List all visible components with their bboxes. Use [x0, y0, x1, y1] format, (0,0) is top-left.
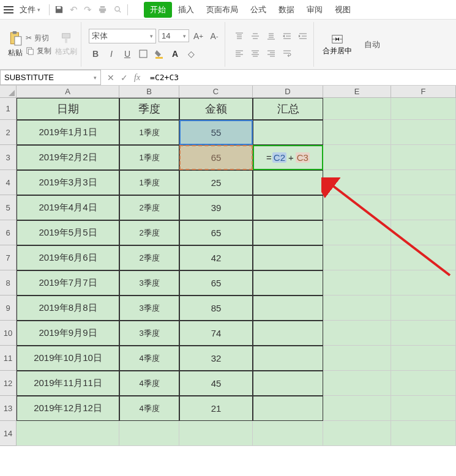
fill-color-button[interactable]: [152, 47, 166, 61]
cell-D13[interactable]: [253, 396, 323, 421]
bold-button[interactable]: B: [89, 47, 102, 61]
cell-E11[interactable]: [323, 346, 391, 371]
cell-A4[interactable]: 2019年3月3日: [17, 170, 119, 195]
align-middle-icon[interactable]: [249, 29, 262, 43]
cell-E9[interactable]: [323, 296, 391, 321]
decrease-indent-icon[interactable]: [280, 29, 294, 43]
cell-C2[interactable]: 55: [179, 120, 253, 145]
decrease-font-icon[interactable]: A-: [207, 29, 221, 43]
phonetic-button[interactable]: ◇: [184, 47, 198, 61]
cell-D4[interactable]: [253, 170, 323, 195]
cell-E10[interactable]: [323, 321, 391, 346]
row-header-11[interactable]: 11: [0, 346, 16, 371]
tab-view[interactable]: 视图: [329, 2, 357, 18]
cell-B14[interactable]: [119, 421, 179, 446]
cell-F2[interactable]: [391, 120, 456, 145]
increase-indent-icon[interactable]: [296, 29, 310, 43]
format-painter-button[interactable]: 格式刷: [55, 32, 77, 57]
cell-C11[interactable]: 32: [179, 346, 253, 371]
align-bottom-icon[interactable]: [264, 29, 278, 43]
hamburger-icon[interactable]: [4, 6, 13, 13]
font-name-combo[interactable]: 宋体▾: [89, 29, 156, 43]
cancel-formula-icon[interactable]: ✕: [107, 73, 114, 83]
cell-D12[interactable]: [253, 371, 323, 396]
cell-F13[interactable]: [391, 396, 456, 421]
cell-B10[interactable]: 3季度: [119, 321, 179, 346]
cell-F4[interactable]: [391, 170, 456, 195]
file-menu[interactable]: 文件▾: [16, 3, 44, 17]
cell-A11[interactable]: 2019年10月10日: [17, 346, 119, 371]
cell-A5[interactable]: 2019年4月4日: [17, 195, 119, 220]
cell-B7[interactable]: 2季度: [119, 245, 179, 270]
cell-D3[interactable]: =C2+C3: [253, 145, 323, 170]
cell-A1[interactable]: 日期: [17, 98, 119, 120]
cell-F7[interactable]: [391, 245, 456, 270]
cell-D2[interactable]: [253, 120, 323, 145]
cell-A14[interactable]: [17, 421, 119, 446]
row-header-8[interactable]: 8: [0, 270, 16, 296]
accept-formula-icon[interactable]: ✓: [121, 73, 128, 83]
cell-E13[interactable]: [323, 396, 391, 421]
cell-B9[interactable]: 3季度: [119, 296, 179, 321]
italic-button[interactable]: I: [105, 47, 118, 61]
align-left-icon[interactable]: [233, 46, 246, 60]
cell-C7[interactable]: 42: [179, 245, 253, 270]
cell-E5[interactable]: [323, 195, 391, 220]
cell-E7[interactable]: [323, 245, 391, 270]
align-top-icon[interactable]: [233, 29, 246, 43]
col-header-f[interactable]: F: [391, 86, 456, 97]
cell-E3[interactable]: [323, 145, 391, 170]
col-header-b[interactable]: B: [119, 86, 179, 97]
cell-C9[interactable]: 85: [179, 296, 253, 321]
cell-A10[interactable]: 2019年9月9日: [17, 321, 119, 346]
cell-A3[interactable]: 2019年2月2日: [17, 145, 119, 170]
tab-start[interactable]: 开始: [144, 2, 172, 18]
cell-A6[interactable]: 2019年5月5日: [17, 220, 119, 245]
cell-C4[interactable]: 25: [179, 170, 253, 195]
cell-F6[interactable]: [391, 220, 456, 245]
cell-D9[interactable]: [253, 296, 323, 321]
font-color-button[interactable]: A: [168, 47, 182, 61]
row-header-10[interactable]: 10: [0, 321, 16, 346]
row-header-13[interactable]: 13: [0, 396, 16, 421]
cell-C1[interactable]: 金额: [179, 98, 253, 120]
cell-D10[interactable]: [253, 321, 323, 346]
tab-data[interactable]: 数据: [272, 2, 301, 18]
cell-C13[interactable]: 21: [179, 396, 253, 421]
cell-C8[interactable]: 65: [179, 270, 253, 296]
cell-E6[interactable]: [323, 220, 391, 245]
cell-A7[interactable]: 2019年6月6日: [17, 245, 119, 270]
wrap-text-icon[interactable]: [280, 46, 294, 60]
cell-D14[interactable]: [253, 421, 323, 446]
cell-B4[interactable]: 1季度: [119, 170, 179, 195]
cell-B6[interactable]: 2季度: [119, 220, 179, 245]
row-header-7[interactable]: 7: [0, 245, 16, 270]
cell-F8[interactable]: [391, 270, 456, 296]
align-center-icon[interactable]: [249, 46, 262, 60]
increase-font-icon[interactable]: A+: [192, 29, 205, 43]
select-all-corner[interactable]: [0, 86, 17, 98]
print-icon[interactable]: [98, 5, 107, 14]
underline-button[interactable]: U: [121, 47, 134, 61]
align-right-icon[interactable]: [264, 46, 278, 60]
save-icon[interactable]: [54, 5, 64, 14]
cell-C6[interactable]: 65: [179, 220, 253, 245]
paste-button[interactable]: 粘贴: [7, 31, 23, 58]
cell-E1[interactable]: [323, 98, 391, 120]
row-header-4[interactable]: 4: [0, 170, 16, 195]
row-header-5[interactable]: 5: [0, 195, 16, 220]
cell-B13[interactable]: 4季度: [119, 396, 179, 421]
cell-D6[interactable]: [253, 220, 323, 245]
cell-E14[interactable]: [323, 421, 391, 446]
cell-F10[interactable]: [391, 321, 456, 346]
cell-B8[interactable]: 3季度: [119, 270, 179, 296]
col-header-d[interactable]: D: [253, 86, 323, 97]
cell-B5[interactable]: 2季度: [119, 195, 179, 220]
cell-C3[interactable]: 65: [179, 145, 253, 170]
row-header-1[interactable]: 1: [0, 98, 16, 120]
tab-formula[interactable]: 公式: [244, 2, 272, 18]
print-preview-icon[interactable]: [113, 5, 122, 14]
row-header-9[interactable]: 9: [0, 296, 16, 321]
undo-icon[interactable]: ↶: [70, 4, 78, 15]
cell-A9[interactable]: 2019年8月8日: [17, 296, 119, 321]
